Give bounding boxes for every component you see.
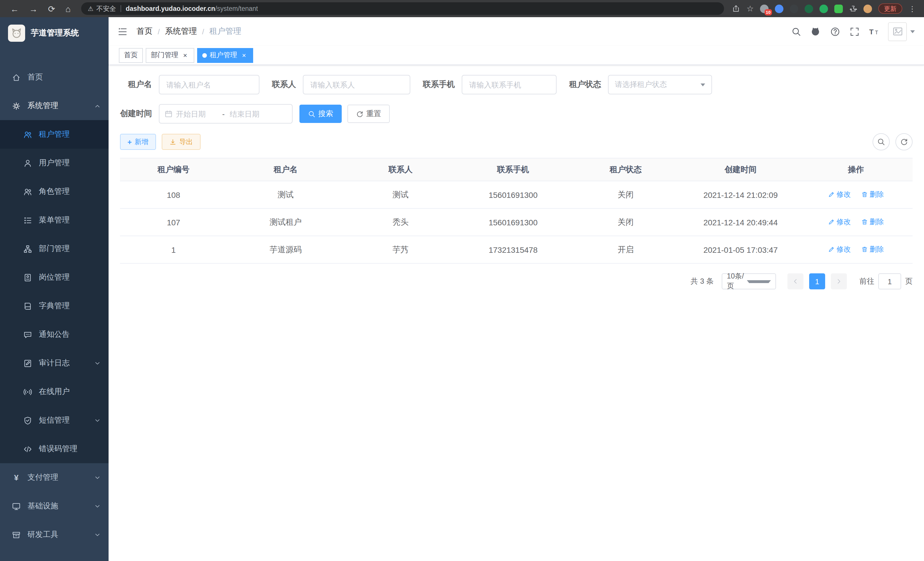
- header-search-icon[interactable]: [786, 17, 806, 46]
- fullscreen-icon[interactable]: [844, 17, 864, 46]
- breadcrumb-separator: /: [202, 27, 204, 36]
- end-date-input[interactable]: [230, 110, 271, 118]
- sidebar-item-tenant[interactable]: 租户管理: [0, 120, 109, 149]
- edit-link[interactable]: 修改: [828, 245, 851, 254]
- sidebar-item-user[interactable]: 用户管理: [0, 149, 109, 177]
- export-button[interactable]: 导出: [161, 134, 200, 150]
- help-question-icon[interactable]: [825, 17, 844, 46]
- edit-link[interactable]: 修改: [828, 190, 851, 200]
- security-label: 不安全: [96, 4, 116, 13]
- breadcrumb-home[interactable]: 首页: [136, 26, 153, 37]
- delete-link[interactable]: 删除: [861, 245, 884, 254]
- sidebar-item-system[interactable]: 系统管理: [0, 92, 109, 120]
- edit-link[interactable]: 修改: [828, 217, 851, 227]
- contact-input[interactable]: [303, 75, 410, 94]
- next-page-button[interactable]: [831, 273, 847, 289]
- sidebar-item-sms[interactable]: 短信管理: [0, 406, 109, 435]
- browser-menu-dots-icon[interactable]: ⋮: [909, 4, 916, 13]
- prev-page-button[interactable]: [788, 273, 803, 289]
- search-button[interactable]: 搜索: [299, 105, 342, 123]
- cell-phone: 15601691300: [457, 181, 569, 208]
- add-button-label: 新增: [135, 137, 148, 147]
- status-select-placeholder: 请选择租户状态: [615, 80, 700, 90]
- extension-badge: 10: [764, 9, 772, 15]
- sidebar-item-label: 错误码管理: [39, 444, 77, 454]
- sidebar-item-role[interactable]: 角色管理: [0, 177, 109, 206]
- phone-input[interactable]: [462, 75, 556, 94]
- current-page-button[interactable]: 1: [809, 273, 825, 289]
- extension-icon-4[interactable]: [805, 4, 813, 13]
- tenant-name-input[interactable]: [159, 75, 260, 94]
- home-icon[interactable]: ⌂: [65, 4, 70, 13]
- sidebar-item-post[interactable]: 岗位管理: [0, 263, 109, 292]
- extension-icon-1[interactable]: 10: [760, 4, 769, 13]
- profile-avatar[interactable]: [863, 4, 872, 13]
- svg-text:T: T: [875, 30, 878, 35]
- sidebar-item-label: 部门管理: [39, 244, 70, 254]
- tab-home[interactable]: 首页: [119, 48, 143, 63]
- sidebar-item-errorcode[interactable]: 错误码管理: [0, 435, 109, 463]
- extensions-puzzle-icon[interactable]: [849, 5, 857, 13]
- sidebar-item-infra[interactable]: 基础设施: [0, 492, 109, 520]
- forward-icon[interactable]: →: [29, 4, 38, 13]
- active-tab-dot: [202, 53, 207, 57]
- back-icon[interactable]: ←: [10, 4, 19, 13]
- audit-log-icon: [23, 359, 32, 367]
- tab-tenant[interactable]: 租户管理 ×: [197, 48, 253, 63]
- address-bar[interactable]: ⚠ 不安全 dashboard.yudao.iocoder.cn /system…: [81, 2, 724, 15]
- edit-pencil-icon: [828, 191, 835, 198]
- close-icon[interactable]: ×: [240, 51, 248, 59]
- toggle-search-button[interactable]: [873, 133, 890, 150]
- cell-contact: 秃头: [344, 208, 457, 236]
- share-icon[interactable]: [732, 5, 740, 13]
- extension-icon-5[interactable]: [819, 4, 828, 13]
- user-avatar-menu[interactable]: [888, 22, 915, 41]
- system-submenu: 租户管理 用户管理 角色管理 菜单管理: [0, 120, 109, 463]
- goto-page-input[interactable]: [878, 273, 901, 289]
- sidebar-item-menu[interactable]: 菜单管理: [0, 206, 109, 235]
- extension-icon-3[interactable]: [790, 4, 798, 13]
- sidebar: 芋道管理系统 首页 系统管理 租户管理: [0, 17, 109, 561]
- sidebar-item-audit-log[interactable]: 审计日志: [0, 349, 109, 378]
- tenant-name-label: 租户名: [120, 80, 152, 90]
- page-size-select[interactable]: 10条/页: [722, 273, 776, 289]
- bookmark-star-icon[interactable]: ☆: [747, 5, 754, 13]
- logo[interactable]: 芋道管理系统: [0, 17, 109, 49]
- font-size-icon[interactable]: TT: [864, 17, 884, 46]
- extension-icon-6[interactable]: [834, 4, 843, 13]
- sidebar-item-dept[interactable]: 部门管理: [0, 235, 109, 263]
- col-actions: 操作: [799, 158, 913, 181]
- page-unit-label: 页: [905, 276, 913, 287]
- status-select[interactable]: 请选择租户状态: [608, 75, 712, 94]
- breadcrumb-system[interactable]: 系统管理: [165, 26, 197, 37]
- sidebar-item-dict[interactable]: 字典管理: [0, 292, 109, 320]
- create-time-label: 创建时间: [120, 109, 152, 119]
- cell-status: 关闭: [569, 181, 682, 208]
- sidebar-item-payment[interactable]: ¥ 支付管理: [0, 463, 109, 492]
- delete-link[interactable]: 删除: [861, 217, 884, 227]
- close-icon[interactable]: ×: [181, 51, 189, 59]
- chevron-right-icon: [836, 278, 842, 285]
- add-button[interactable]: + 新增: [120, 134, 156, 150]
- reload-icon[interactable]: ⟳: [48, 4, 55, 13]
- sidebar-toggle-icon[interactable]: [118, 27, 128, 36]
- chevron-up-icon: [94, 103, 100, 109]
- sidebar-item-home[interactable]: 首页: [0, 63, 109, 92]
- extension-icon-2[interactable]: [775, 4, 783, 13]
- tab-dept[interactable]: 部门管理 ×: [146, 48, 194, 63]
- online-signal-icon: [23, 387, 32, 396]
- app-title: 芋道管理系统: [31, 28, 79, 38]
- sidebar-item-devtools[interactable]: 研发工具: [0, 520, 109, 549]
- reset-button[interactable]: 重置: [347, 105, 390, 123]
- sidebar-item-label: 角色管理: [39, 186, 70, 197]
- sidebar-item-notice[interactable]: 通知公告: [0, 320, 109, 349]
- sidebar-item-online-user[interactable]: 在线用户: [0, 378, 109, 406]
- start-date-input[interactable]: [176, 110, 217, 118]
- github-icon[interactable]: [806, 17, 825, 46]
- cell-contact: 测试: [344, 181, 457, 208]
- update-button[interactable]: 更新: [878, 3, 902, 14]
- create-time-range-picker[interactable]: -: [159, 104, 292, 123]
- cell-actions: 修改 删除: [799, 208, 913, 236]
- delete-link[interactable]: 删除: [861, 190, 884, 200]
- refresh-table-button[interactable]: [896, 133, 913, 150]
